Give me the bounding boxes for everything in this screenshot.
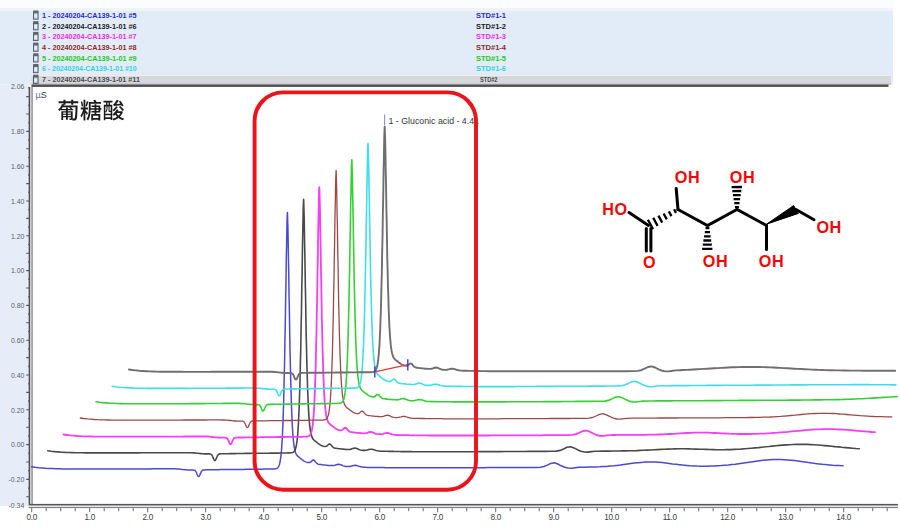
svg-text:STD#1-4: STD#1-4 (476, 43, 506, 52)
svg-text:OH: OH (759, 252, 784, 270)
svg-text:STD#2: STD#2 (480, 75, 498, 84)
svg-text:10.0: 10.0 (604, 513, 619, 522)
svg-text:µS: µS (36, 90, 47, 100)
svg-text:1.40: 1.40 (11, 197, 24, 206)
svg-text:5.0: 5.0 (316, 513, 327, 522)
svg-text:3 - 20240204-CA139-1-01 #7: 3 - 20240204-CA139-1-01 #7 (42, 32, 137, 41)
svg-text:1.80: 1.80 (11, 127, 24, 136)
svg-text:-0.20: -0.20 (9, 475, 25, 484)
svg-text:13.0: 13.0 (778, 513, 793, 522)
svg-text:0.0: 0.0 (26, 513, 37, 522)
svg-text:OH: OH (730, 168, 755, 186)
svg-text:8.0: 8.0 (490, 513, 501, 522)
svg-text:12.0: 12.0 (720, 513, 735, 522)
svg-text:0.20: 0.20 (11, 406, 24, 415)
svg-text:2.06: 2.06 (11, 82, 24, 91)
svg-text:2 - 20240204-CA139-1-01 #6: 2 - 20240204-CA139-1-01 #6 (42, 22, 137, 31)
svg-text:11.0: 11.0 (663, 513, 678, 522)
svg-text:STD#1-2: STD#1-2 (476, 22, 506, 31)
svg-text:0.00: 0.00 (11, 440, 24, 449)
svg-text:STD#1-5: STD#1-5 (476, 54, 506, 63)
svg-text:6.0: 6.0 (374, 513, 385, 522)
svg-text:1 - Gluconic acid - 4.41: 1 - Gluconic acid - 4.41 (389, 116, 480, 126)
svg-text:7.0: 7.0 (432, 513, 443, 522)
svg-text:1 - 20240204-CA139-1-01 #5: 1 - 20240204-CA139-1-01 #5 (42, 11, 137, 20)
svg-text:3.0: 3.0 (200, 513, 211, 522)
svg-text:2.0: 2.0 (142, 513, 153, 522)
svg-text:0.40: 0.40 (11, 371, 24, 380)
svg-text:STD#1-6: STD#1-6 (476, 64, 506, 73)
svg-text:6 - 20240204-CA139-1-01 #10: 6 - 20240204-CA139-1-01 #10 (42, 64, 137, 73)
svg-text:STD#1-3: STD#1-3 (476, 32, 506, 41)
svg-text:STD#1-1: STD#1-1 (476, 11, 506, 20)
svg-text:0.80: 0.80 (11, 301, 24, 310)
svg-text:5 - 20240204-CA139-1-01 #9: 5 - 20240204-CA139-1-01 #9 (42, 54, 137, 63)
svg-text:1.20: 1.20 (11, 232, 24, 241)
svg-text:1.0: 1.0 (84, 513, 95, 522)
svg-text:OH: OH (703, 252, 728, 270)
svg-text:4 - 20240204-CA139-1-01 #8: 4 - 20240204-CA139-1-01 #8 (42, 43, 137, 52)
svg-text:1.00: 1.00 (11, 266, 24, 275)
svg-text:7 - 20240204-CA139-1-01 #11: 7 - 20240204-CA139-1-01 #11 (42, 75, 140, 84)
svg-text:O: O (643, 253, 656, 271)
svg-text:4.0: 4.0 (258, 513, 269, 522)
svg-text:HO: HO (602, 200, 627, 218)
svg-text:1.60: 1.60 (11, 162, 24, 171)
svg-text:OH: OH (817, 218, 842, 236)
svg-text:14.0: 14.0 (836, 513, 851, 522)
svg-text:OH: OH (675, 168, 700, 186)
svg-text:9.0: 9.0 (548, 513, 559, 522)
svg-text:0.60: 0.60 (11, 336, 24, 345)
svg-text:-0.34: -0.34 (9, 501, 25, 510)
